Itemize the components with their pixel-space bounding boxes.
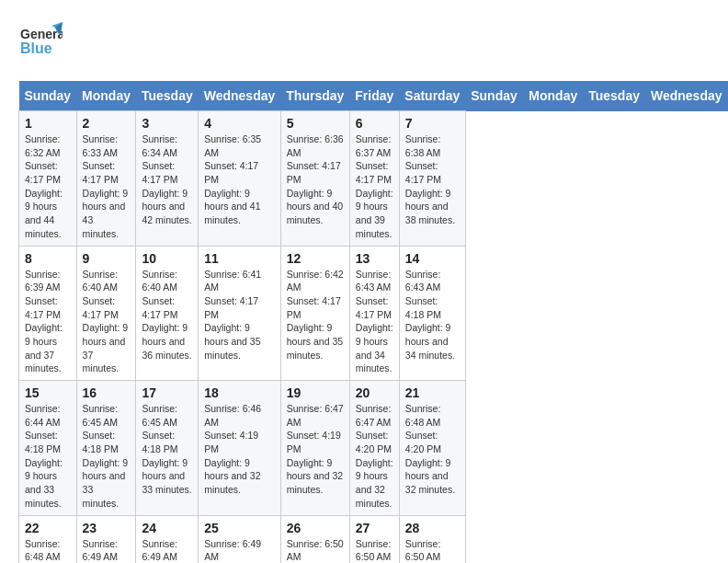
day-info: Sunrise: 6:48 AMSunset: 4:20 PMDaylight:… — [405, 403, 455, 495]
logo: General Blue — [18, 18, 63, 66]
day-number: 13 — [356, 251, 393, 266]
calendar-day-cell: 12 Sunrise: 6:42 AMSunset: 4:17 PMDaylig… — [280, 246, 349, 381]
calendar-day-cell: 6 Sunrise: 6:37 AMSunset: 4:17 PMDayligh… — [349, 111, 399, 247]
calendar-day-cell: 26 Sunrise: 6:50 AMSunset: 4:23 PMDaylig… — [280, 515, 349, 563]
day-number: 20 — [356, 385, 393, 400]
day-of-week-header: Tuesday — [136, 81, 199, 111]
calendar-day-cell: 27 Sunrise: 6:50 AMSunset: 4:24 PMDaylig… — [349, 515, 399, 563]
calendar-day-cell: 28 Sunrise: 6:50 AMSunset: 4:24 PMDaylig… — [399, 515, 465, 563]
day-of-week-header: Monday — [76, 81, 136, 111]
day-number: 15 — [25, 385, 71, 400]
day-info: Sunrise: 6:47 AMSunset: 4:20 PMDaylight:… — [356, 403, 393, 509]
calendar-day-cell: 2 Sunrise: 6:33 AMSunset: 4:17 PMDayligh… — [76, 111, 136, 247]
day-number: 12 — [287, 251, 344, 266]
day-info: Sunrise: 6:40 AMSunset: 4:17 PMDaylight:… — [83, 269, 129, 374]
day-info: Sunrise: 6:49 AMSunset: 4:22 PMDaylight:… — [204, 538, 261, 564]
day-number: 27 — [356, 521, 393, 535]
page-header: General Blue — [18, 18, 710, 66]
day-info: Sunrise: 6:47 AMSunset: 4:19 PMDaylight:… — [287, 403, 344, 495]
day-number: 4 — [204, 116, 275, 131]
calendar-week-row: 1 Sunrise: 6:32 AMSunset: 4:17 PMDayligh… — [19, 111, 729, 247]
day-info: Sunrise: 6:32 AMSunset: 4:17 PMDaylight:… — [25, 133, 63, 239]
day-number: 1 — [25, 116, 71, 131]
day-info: Sunrise: 6:49 AMSunset: 4:21 PMDaylight:… — [83, 538, 129, 564]
day-info: Sunrise: 6:50 AMSunset: 4:24 PMDaylight:… — [356, 538, 393, 564]
day-number: 26 — [287, 521, 344, 535]
day-number: 21 — [405, 385, 460, 400]
day-of-week-header: Tuesday — [583, 81, 645, 111]
calendar-day-cell: 25 Sunrise: 6:49 AMSunset: 4:22 PMDaylig… — [199, 515, 281, 563]
day-of-week-header: Monday — [523, 81, 583, 111]
calendar-week-row: 15 Sunrise: 6:44 AMSunset: 4:18 PMDaylig… — [19, 381, 729, 516]
calendar-day-cell: 3 Sunrise: 6:34 AMSunset: 4:17 PMDayligh… — [136, 111, 199, 247]
calendar-day-cell: 18 Sunrise: 6:46 AMSunset: 4:19 PMDaylig… — [199, 381, 281, 516]
day-info: Sunrise: 6:48 AMSunset: 4:21 PMDaylight:… — [25, 538, 63, 564]
day-of-week-header: Thursday — [280, 81, 349, 111]
calendar-day-cell: 22 Sunrise: 6:48 AMSunset: 4:21 PMDaylig… — [19, 515, 77, 563]
day-of-week-header: Wednesday — [199, 81, 281, 111]
calendar-day-cell: 19 Sunrise: 6:47 AMSunset: 4:19 PMDaylig… — [280, 381, 349, 516]
day-info: Sunrise: 6:50 AMSunset: 4:23 PMDaylight:… — [287, 538, 344, 564]
day-info: Sunrise: 6:49 AMSunset: 4:22 PMDaylight:… — [142, 538, 191, 564]
day-info: Sunrise: 6:44 AMSunset: 4:18 PMDaylight:… — [25, 403, 63, 509]
calendar-week-row: 22 Sunrise: 6:48 AMSunset: 4:21 PMDaylig… — [19, 515, 729, 563]
day-number: 9 — [83, 251, 131, 266]
calendar-day-cell: 21 Sunrise: 6:48 AMSunset: 4:20 PMDaylig… — [399, 381, 465, 516]
day-info: Sunrise: 6:35 AMSunset: 4:17 PMDaylight:… — [204, 133, 261, 225]
day-info: Sunrise: 6:41 AMSunset: 4:17 PMDaylight:… — [204, 269, 261, 361]
calendar-day-cell: 24 Sunrise: 6:49 AMSunset: 4:22 PMDaylig… — [136, 515, 199, 563]
calendar-day-cell: 10 Sunrise: 6:40 AMSunset: 4:17 PMDaylig… — [136, 246, 199, 381]
day-number: 14 — [405, 251, 460, 266]
day-number: 5 — [287, 116, 344, 131]
day-number: 25 — [204, 521, 275, 535]
day-info: Sunrise: 6:46 AMSunset: 4:19 PMDaylight:… — [204, 403, 261, 495]
day-number: 23 — [83, 521, 131, 535]
calendar-day-cell: 8 Sunrise: 6:39 AMSunset: 4:17 PMDayligh… — [19, 246, 77, 381]
day-info: Sunrise: 6:38 AMSunset: 4:17 PMDaylight:… — [405, 133, 455, 225]
day-number: 8 — [25, 251, 71, 266]
svg-text:Blue: Blue — [20, 40, 52, 56]
day-number: 10 — [142, 251, 192, 266]
calendar-day-cell: 11 Sunrise: 6:41 AMSunset: 4:17 PMDaylig… — [199, 246, 281, 381]
calendar-day-cell: 7 Sunrise: 6:38 AMSunset: 4:17 PMDayligh… — [399, 111, 465, 247]
day-of-week-header: Friday — [349, 81, 399, 111]
day-number: 6 — [356, 116, 393, 131]
day-info: Sunrise: 6:34 AMSunset: 4:17 PMDaylight:… — [142, 133, 191, 225]
day-info: Sunrise: 6:37 AMSunset: 4:17 PMDaylight:… — [356, 133, 393, 239]
day-info: Sunrise: 6:45 AMSunset: 4:18 PMDaylight:… — [83, 403, 129, 509]
day-number: 11 — [204, 251, 275, 266]
calendar-day-cell: 14 Sunrise: 6:43 AMSunset: 4:18 PMDaylig… — [399, 246, 465, 381]
day-info: Sunrise: 6:43 AMSunset: 4:18 PMDaylight:… — [405, 269, 455, 361]
day-of-week-header: Sunday — [19, 81, 77, 111]
day-info: Sunrise: 6:43 AMSunset: 4:17 PMDaylight:… — [356, 269, 393, 374]
day-of-week-header: Saturday — [399, 81, 465, 111]
day-of-week-header: Sunday — [465, 81, 523, 111]
calendar-day-cell: 23 Sunrise: 6:49 AMSunset: 4:21 PMDaylig… — [76, 515, 136, 563]
day-number: 2 — [83, 116, 131, 131]
day-number: 22 — [25, 521, 71, 535]
day-info: Sunrise: 6:39 AMSunset: 4:17 PMDaylight:… — [25, 269, 63, 374]
calendar-week-row: 8 Sunrise: 6:39 AMSunset: 4:17 PMDayligh… — [19, 246, 729, 381]
calendar-day-cell: 1 Sunrise: 6:32 AMSunset: 4:17 PMDayligh… — [19, 111, 77, 247]
day-number: 19 — [287, 385, 344, 400]
day-number: 24 — [142, 521, 192, 535]
day-number: 7 — [405, 116, 460, 131]
calendar-header-row: SundayMondayTuesdayWednesdayThursdayFrid… — [19, 81, 729, 111]
day-info: Sunrise: 6:33 AMSunset: 4:17 PMDaylight:… — [83, 133, 129, 239]
day-number: 18 — [204, 385, 275, 400]
day-info: Sunrise: 6:45 AMSunset: 4:18 PMDaylight:… — [142, 403, 191, 495]
day-info: Sunrise: 6:40 AMSunset: 4:17 PMDaylight:… — [142, 269, 191, 361]
calendar-day-cell: 17 Sunrise: 6:45 AMSunset: 4:18 PMDaylig… — [136, 381, 199, 516]
calendar-day-cell: 20 Sunrise: 6:47 AMSunset: 4:20 PMDaylig… — [349, 381, 399, 516]
day-info: Sunrise: 6:36 AMSunset: 4:17 PMDaylight:… — [287, 133, 344, 225]
day-of-week-header: Wednesday — [645, 81, 728, 111]
day-number: 17 — [142, 385, 192, 400]
day-number: 28 — [405, 521, 460, 535]
calendar-table: SundayMondayTuesdayWednesdayThursdayFrid… — [18, 81, 728, 563]
calendar-day-cell: 5 Sunrise: 6:36 AMSunset: 4:17 PMDayligh… — [280, 111, 349, 247]
calendar-day-cell: 9 Sunrise: 6:40 AMSunset: 4:17 PMDayligh… — [76, 246, 136, 381]
day-number: 3 — [142, 116, 192, 131]
calendar-day-cell: 13 Sunrise: 6:43 AMSunset: 4:17 PMDaylig… — [349, 246, 399, 381]
day-info: Sunrise: 6:42 AMSunset: 4:17 PMDaylight:… — [287, 269, 344, 361]
day-info: Sunrise: 6:50 AMSunset: 4:24 PMDaylight:… — [405, 538, 455, 564]
